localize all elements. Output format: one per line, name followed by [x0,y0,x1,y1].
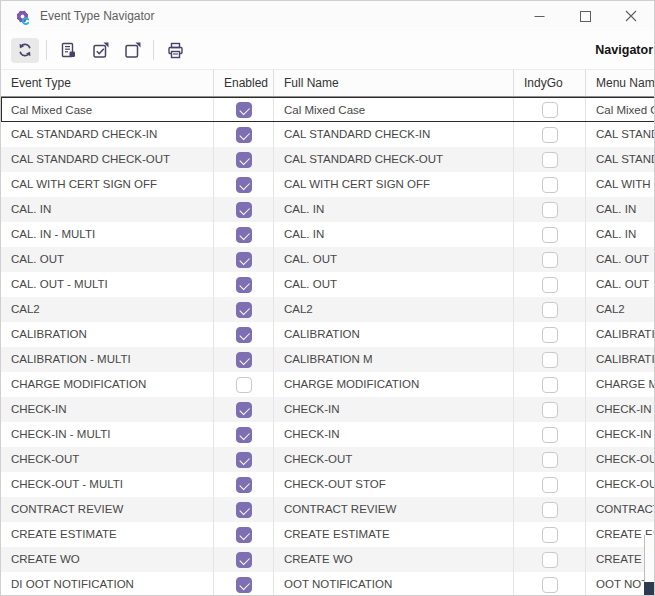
indygo-checkbox[interactable] [542,452,558,468]
enabled-cell[interactable] [214,222,274,247]
menu-name-cell[interactable]: CAL. IN [586,222,655,247]
table-row[interactable]: CAL. OUTCAL. OUTCAL. OUT [1,247,655,272]
enabled-cell[interactable] [214,272,274,297]
enabled-checkbox[interactable] [236,527,252,543]
event-type-cell[interactable]: CAL STANDARD CHECK-OUT [1,147,214,172]
event-type-cell[interactable]: CAL STANDARD CHECK-IN [1,122,214,147]
enabled-cell[interactable] [214,172,274,197]
full-name-cell[interactable]: CHECK-IN [274,397,514,422]
event-type-cell[interactable]: CALIBRATION - MULTI [1,347,214,372]
enabled-checkbox[interactable] [236,402,252,418]
enabled-cell[interactable] [214,147,274,172]
indygo-cell[interactable] [514,347,586,372]
enabled-cell[interactable] [214,472,274,497]
indygo-checkbox[interactable] [542,127,558,143]
enabled-cell[interactable] [214,122,274,147]
full-name-cell[interactable]: OOT NOTIFICATION [274,572,514,596]
full-name-cell[interactable]: CONTRACT REVIEW [274,497,514,522]
enabled-cell[interactable] [214,347,274,372]
event-type-cell[interactable]: CAL2 [1,297,214,322]
indygo-checkbox[interactable] [542,302,558,318]
menu-name-cell[interactable]: CAL. OUT [586,272,655,297]
event-type-cell[interactable]: CAL WITH CERT SIGN OFF [1,172,214,197]
menu-name-cell[interactable]: CAL. OUT [586,247,655,272]
full-name-cell[interactable]: CALIBRATION M [274,347,514,372]
menu-name-cell[interactable]: CHECK-IN [586,422,655,447]
indygo-cell[interactable] [514,447,586,472]
full-name-cell[interactable]: CALIBRATION [274,322,514,347]
minimize-button[interactable] [516,1,562,31]
table-row[interactable]: CAL2CAL2CAL2 [1,297,655,322]
table-row[interactable]: CHECK-IN - MULTICHECK-INCHECK-IN [1,422,655,447]
column-header-enabled[interactable]: Enabled [214,70,274,96]
indygo-cell[interactable] [514,322,586,347]
enabled-cell[interactable] [214,197,274,222]
event-type-cell[interactable]: CHECK-IN [1,397,214,422]
indygo-cell[interactable] [514,547,586,572]
enabled-cell[interactable] [214,497,274,522]
indygo-checkbox[interactable] [542,352,558,368]
full-name-cell[interactable]: CAL. IN [274,197,514,222]
indygo-checkbox[interactable] [542,152,558,168]
indygo-checkbox[interactable] [542,252,558,268]
event-type-cell[interactable]: CREATE WO [1,547,214,572]
full-name-cell[interactable]: CAL STANDARD CHECK-OUT [274,147,514,172]
enabled-checkbox[interactable] [236,152,252,168]
indygo-cell[interactable] [514,397,586,422]
indygo-checkbox[interactable] [542,427,558,443]
enabled-cell[interactable] [214,422,274,447]
enabled-cell[interactable] [214,522,274,547]
menu-name-cell[interactable]: CHECK-OUT [586,447,655,472]
indygo-cell[interactable] [514,197,586,222]
event-type-cell[interactable]: CAL. IN [1,197,214,222]
column-header-menu-name[interactable]: Menu Name [586,70,655,96]
table-row[interactable]: DI OOT NOTIFICATIONOOT NOTIFICATIONOOT N… [1,572,655,596]
indygo-checkbox[interactable] [542,552,558,568]
enabled-checkbox[interactable] [236,477,252,493]
enabled-checkbox[interactable] [236,302,252,318]
indygo-cell[interactable] [514,147,586,172]
table-row[interactable]: CHARGE MODIFICATIONCHARGE MODIFICATIONCH… [1,372,655,397]
event-type-cell[interactable]: CAL. OUT - MULTI [1,272,214,297]
event-type-cell[interactable]: CAL. IN - MULTI [1,222,214,247]
column-header-full-name[interactable]: Full Name [274,70,514,96]
table-row[interactable]: CAL. IN - MULTICAL. INCAL. IN [1,222,655,247]
indygo-checkbox[interactable] [542,327,558,343]
menu-name-cell[interactable]: CAL STANDARD CHECK-IN [586,122,655,147]
event-type-cell[interactable]: Cal Mixed Case [1,98,214,122]
indygo-cell[interactable] [514,472,586,497]
event-type-cell[interactable]: CHECK-OUT [1,447,214,472]
indygo-checkbox[interactable] [542,502,558,518]
enabled-checkbox[interactable] [236,252,252,268]
event-type-cell[interactable]: CREATE ESTIMATE [1,522,214,547]
uncheck-all-button[interactable] [118,38,146,63]
indygo-cell[interactable] [514,522,586,547]
table-row[interactable]: CAL WITH CERT SIGN OFFCAL WITH CERT SIGN… [1,172,655,197]
full-name-cell[interactable]: CHECK-IN [274,422,514,447]
table-row[interactable]: CREATE WOCREATE WOCREATE WO [1,547,655,572]
indygo-checkbox[interactable] [542,477,558,493]
full-name-cell[interactable]: CAL. OUT [274,272,514,297]
menu-name-cell[interactable]: CAL STANDARD CHECK-OUT [586,147,655,172]
indygo-cell[interactable] [514,122,586,147]
check-all-button[interactable] [86,38,114,63]
full-name-cell[interactable]: CHECK-OUT STOF [274,472,514,497]
indygo-checkbox[interactable] [542,377,558,393]
table-row[interactable]: CHECK-OUT - MULTICHECK-OUT STOFCHECK-OUT… [1,472,655,497]
indygo-cell[interactable] [514,372,586,397]
full-name-cell[interactable]: CHARGE MODIFICATION [274,372,514,397]
column-header-indygo[interactable]: IndyGo [514,70,586,96]
table-row[interactable]: CAL STANDARD CHECK-OUTCAL STANDARD CHECK… [1,147,655,172]
indygo-cell[interactable] [514,222,586,247]
enabled-cell[interactable] [214,247,274,272]
indygo-cell[interactable] [514,98,586,122]
full-name-cell[interactable]: CREATE ESTIMATE [274,522,514,547]
table-row[interactable]: CHECK-INCHECK-INCHECK-IN [1,397,655,422]
indygo-cell[interactable] [514,497,586,522]
indygo-cell[interactable] [514,247,586,272]
menu-name-cell[interactable]: CALIBRATION [586,322,655,347]
indygo-cell[interactable] [514,272,586,297]
menu-name-cell[interactable]: CHECK-IN [586,397,655,422]
enabled-checkbox[interactable] [236,377,252,393]
enabled-cell[interactable] [214,98,274,122]
